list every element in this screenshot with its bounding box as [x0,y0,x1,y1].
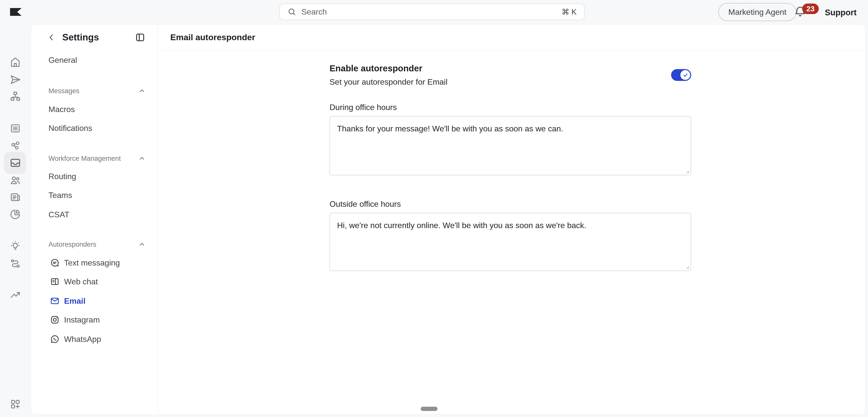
idea-icon[interactable] [9,240,21,252]
chevron-up-icon [138,87,146,95]
back-icon[interactable] [47,33,56,42]
sidebar-item-label: WhatsApp [64,335,101,344]
enable-autoresponder-row: Enable autoresponder Set your autorespon… [330,63,691,87]
outside-office-hours-label: Outside office hours [330,200,691,209]
share-nodes-icon[interactable] [9,140,21,152]
inbox-icon[interactable] [9,157,21,169]
chat-bubble-icon [50,258,60,268]
sidebar-section-workforce-management[interactable]: Workforce Management [49,151,146,166]
enable-autoresponder-subtitle: Set your autoresponder for Email [330,78,447,87]
route-icon[interactable] [9,258,21,270]
search-input[interactable] [301,7,562,17]
check-icon [682,72,689,78]
sidebar-item-whatsapp[interactable]: WhatsApp [49,332,146,346]
section-label: Messages [49,87,80,95]
during-office-hours-textarea[interactable]: Thanks for your message! We'll be with y… [330,116,691,175]
collapse-panel-icon[interactable] [135,32,145,42]
main-header: Email autoresponder [158,25,865,50]
marketing-agent-button[interactable]: Marketing Agent [718,3,797,21]
search-icon [287,7,297,16]
autoresponder-toggle[interactable] [671,69,691,81]
whatsapp-icon [50,334,60,344]
notifications-button[interactable]: 23 [794,5,821,21]
chevron-up-icon [138,155,146,162]
sidebar-item-label: Instagram [64,315,100,325]
page-title: Email autoresponder [170,32,255,42]
settings-header: Settings [47,29,145,46]
settings-title: Settings [62,32,99,43]
bottom-drag-handle[interactable] [421,407,437,411]
sidebar-item-csat[interactable]: CSAT [49,208,146,221]
sidebar-item-notifications[interactable]: Notifications [49,121,146,135]
sidebar-item-label: Email [64,296,85,306]
settings-sidebar: Settings General Messages Macros Notific… [31,25,158,414]
toggle-knob [680,70,690,80]
sidebar-item-label: Macros [49,105,75,114]
sidebar-section-messages[interactable]: Messages [49,84,146,98]
document-icon[interactable] [9,122,21,135]
sidebar-item-teams[interactable]: Teams [49,188,146,202]
main-panel: Email autoresponder Enable autoresponder… [158,25,865,414]
newspaper-icon[interactable] [9,191,21,203]
sidebar-item-label: Notifications [49,124,92,133]
sidebar-item-label: CSAT [49,210,69,219]
sidebar-item-label: Teams [49,191,72,200]
app-rail: K [0,24,31,417]
topbar: ⌘ K Marketing Agent 23 Support [0,0,868,24]
sidebar-item-label: Web chat [64,277,98,287]
notification-badge: 23 [802,3,819,14]
chevron-up-icon [138,241,146,248]
sidebar-item-email[interactable]: Email [49,294,146,308]
during-office-hours-label: During office hours [330,103,691,112]
support-link[interactable]: Support [825,8,857,17]
enable-autoresponder-title: Enable autoresponder [330,63,447,73]
sidebar-item-routing[interactable]: Routing [49,169,146,183]
home-icon[interactable] [9,56,21,68]
users-icon[interactable] [9,174,21,186]
sidebar-item-text-messaging[interactable]: Text messaging [49,256,146,270]
sidebar-section-autoresponders[interactable]: Autoresponders [49,237,146,251]
web-chat-icon [50,276,60,287]
search-shortcut: ⌘ K [562,7,577,17]
outside-office-hours-textarea[interactable]: Hi, we're not currently online. We'll be… [330,213,691,271]
instagram-icon [50,315,60,325]
section-label: Autoresponders [49,241,96,248]
trending-up-icon[interactable] [9,289,21,301]
autoresponder-form: Enable autoresponder Set your autorespon… [330,50,691,271]
apps-grid-icon[interactable] [9,398,21,410]
app-logo[interactable] [10,8,22,16]
sidebar-item-general[interactable]: General [49,53,146,67]
sidebar-item-label: Routing [49,172,76,181]
global-search[interactable]: ⌘ K [279,3,585,20]
pie-chart-icon[interactable] [9,208,21,220]
section-label: Workforce Management [49,155,121,162]
sidebar-item-macros[interactable]: Macros [49,102,146,116]
mail-icon [50,296,60,306]
sidebar-item-label: Text messaging [64,258,120,268]
sidebar-item-web-chat[interactable]: Web chat [49,274,146,289]
send-icon[interactable] [9,73,21,86]
sitemap-icon[interactable] [9,90,21,102]
sidebar-item-instagram[interactable]: Instagram [49,313,146,327]
content-shell: Settings General Messages Macros Notific… [31,24,866,415]
sidebar-item-label: General [49,56,77,65]
